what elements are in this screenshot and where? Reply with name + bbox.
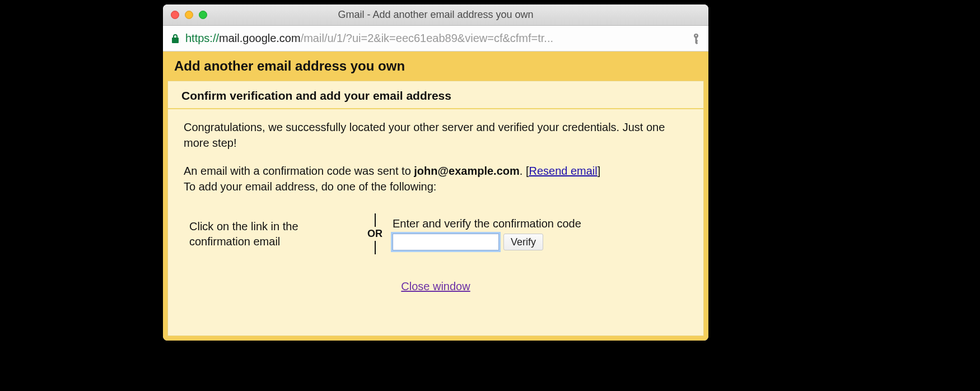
url-ellipsis: ... [544,32,553,44]
panel-subheader: Confirm verification and add your email … [168,81,703,109]
instruction-text: To add your email address, do one of the… [184,180,436,193]
divider-bar-bottom [375,241,376,254]
url-path: /mail/u/1/?ui=2&ik=eec61eab89&view=cf&cf… [301,32,544,44]
sent-email: john@example.com [414,165,519,177]
zoom-window-button[interactable] [199,11,207,19]
url-text: https://mail.google.com/mail/u/1/?ui=2&i… [185,32,686,45]
page-title: Add another email address you own [163,52,708,81]
confirmation-code-input[interactable] [393,234,499,250]
close-row: Close window [168,280,703,293]
enter-code-label: Enter and verify the confirmation code [393,217,688,230]
panel-body: Congratulations, we successfully located… [168,109,703,194]
verify-row: Verify [393,234,688,250]
browser-window: Gmail - Add another email address you ow… [163,4,708,341]
titlebar: Gmail - Add another email address you ow… [163,4,708,26]
address-bar[interactable]: https://mail.google.com/mail/u/1/?ui=2&i… [163,26,708,52]
traffic-lights [163,11,207,19]
verify-button[interactable]: Verify [503,234,543,250]
instruction-block: An email with a confirmation code was se… [184,163,688,194]
option-enter-code: Enter and verify the confirmation code V… [393,217,688,250]
lock-icon [171,34,180,44]
window-title: Gmail - Add another email address you ow… [163,9,708,21]
sent-prefix: An email with a confirmation code was se… [184,165,414,177]
resend-email-link[interactable]: Resend email [529,165,597,177]
close-window-link[interactable]: Close window [401,280,470,292]
divider-bar-top [375,213,376,227]
verification-options: Click on the link in the confirmation em… [168,207,703,254]
panel: Confirm verification and add your email … [167,81,704,336]
sent-period: . [520,165,526,177]
minimize-window-button[interactable] [185,11,193,19]
url-scheme: https [185,32,209,44]
congrats-text: Congratulations, we successfully located… [184,119,688,151]
content-area: Add another email address you own Confir… [163,52,708,341]
or-divider: OR [367,213,382,254]
key-icon[interactable] [692,33,701,44]
or-label: OR [367,227,382,241]
resend-bracket-close: ] [598,165,601,177]
close-window-button[interactable] [171,11,179,19]
url-host: mail.google.com [219,32,301,44]
option-click-link: Click on the link in the confirmation em… [189,219,357,249]
